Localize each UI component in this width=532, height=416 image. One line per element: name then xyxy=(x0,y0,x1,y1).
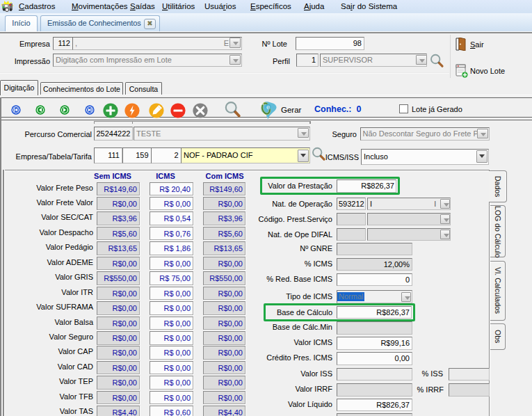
svg-text:e: e xyxy=(266,104,270,111)
svg-text:ct: ct xyxy=(260,102,264,106)
